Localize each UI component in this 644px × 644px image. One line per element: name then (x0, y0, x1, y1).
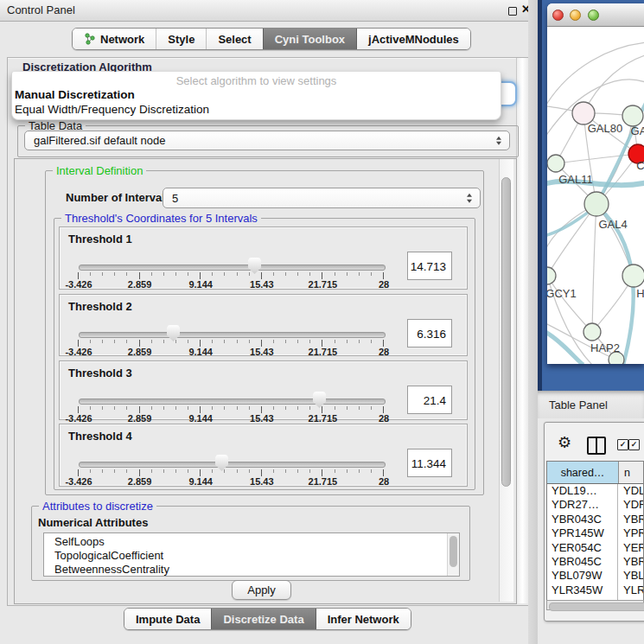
table-row[interactable]: YPR145WYPR1 (547, 526, 643, 540)
dropdown-option-equal-width[interactable]: Equal Width/Frequency Discretization (15, 103, 209, 116)
table-row[interactable]: YBR043CYBR0 (547, 513, 643, 526)
zoom-traffic-light[interactable] (588, 10, 599, 21)
cell[interactable]: YBR0 (618, 555, 643, 569)
cell[interactable]: YBR043C (547, 513, 618, 526)
cell[interactable]: YER0 (618, 541, 643, 555)
tab-style[interactable]: Style (156, 29, 206, 49)
checkbox-icon[interactable]: ✓ (628, 439, 640, 450)
scale-label: -3.426 (65, 347, 92, 357)
table-row[interactable]: YBL079WYBL0 (547, 569, 643, 583)
network-canvas[interactable]: GAL80 GA C GAL11 GAL4 GCY1 H HAP2 (547, 27, 644, 364)
table-hscrollbar-thumb[interactable] (549, 603, 644, 611)
dropdown-option-manual[interactable]: Manual Discretization (15, 88, 135, 101)
table-panel-titlebar: Table Panel (538, 391, 644, 418)
cell[interactable]: YBR045C (547, 555, 618, 569)
threshold-1-panel: Threshold 1 -3.426 2.859 9.144 15.43 21.… (59, 226, 468, 290)
node-partial-top-right[interactable] (622, 105, 643, 126)
node-partial-low-right[interactable] (622, 265, 644, 287)
threshold-value-input[interactable]: 6.316 (407, 319, 452, 348)
cell[interactable]: YLR3 (618, 583, 643, 597)
table-hscrollbar-track[interactable] (546, 600, 644, 610)
cell[interactable]: YER054C (547, 541, 618, 555)
tab-impute-data[interactable]: Impute Data (124, 609, 211, 629)
slider-track[interactable] (79, 462, 386, 468)
list-item[interactable]: BetweennessCentrality (44, 563, 459, 577)
slider-track[interactable] (79, 265, 386, 271)
list-item[interactable]: SelfLoops (44, 535, 459, 549)
scale-label: 21.715 (309, 279, 338, 290)
settings-scrollbar-thumb[interactable] (501, 177, 511, 487)
node-label-partial-mid-right: C (636, 159, 644, 172)
node-hap2[interactable] (583, 323, 601, 341)
tab-label: Cyni Toolbox (275, 33, 345, 46)
list-scrollbar-track[interactable] (447, 533, 459, 576)
table-panel-title: Table Panel (549, 399, 608, 411)
scale-label: 2.859 (128, 347, 152, 357)
network-window: GAL80 GA C GAL11 GAL4 GCY1 H HAP2 (547, 3, 644, 364)
node-gal11[interactable] (547, 155, 564, 172)
column-header-name[interactable]: n (619, 462, 643, 483)
scale-label: 21.715 (309, 413, 338, 424)
scale-label: 28 (379, 347, 389, 357)
list-scrollbar-thumb[interactable] (450, 536, 457, 567)
tab-jactivemnodules[interactable]: jActiveMNodules (356, 29, 470, 49)
column-layout-icon[interactable] (587, 437, 606, 455)
cell[interactable]: YPR1 (618, 526, 643, 540)
threshold-value-input[interactable]: 21.4 (407, 386, 452, 414)
split-pane-divider[interactable] (528, 0, 538, 644)
node-gcy1[interactable] (547, 267, 556, 284)
scale-label: 15.43 (250, 413, 274, 424)
slider-track[interactable] (79, 332, 386, 338)
tab-label: Discretize Data (223, 613, 303, 626)
scale-label: 15.43 (250, 279, 274, 290)
scale-label: 9.144 (188, 476, 213, 487)
interval-definition-label: Interval Definition (53, 164, 146, 177)
slider-track[interactable] (79, 399, 386, 405)
threshold-value-input[interactable]: 11.344 (407, 449, 452, 477)
scale-label: 2.859 (128, 279, 152, 290)
cell[interactable]: YBL0 (618, 569, 643, 583)
cell[interactable]: YDL19… (547, 484, 618, 498)
slider-major-ticks (78, 469, 385, 476)
table-row[interactable]: YER054CYER0 (547, 541, 643, 555)
cell[interactable]: YPR145W (547, 526, 618, 540)
cell[interactable]: YDR2 (618, 498, 643, 512)
tab-select[interactable]: Select (206, 29, 262, 49)
table-row[interactable]: YLR345WYLR3 (547, 583, 643, 597)
algorithm-dropdown-popup: Select algorithm to view settings Manual… (11, 72, 501, 120)
tab-label: Network (100, 33, 144, 46)
tab-cyni-toolbox[interactable]: Cyni Toolbox (263, 29, 356, 49)
minimize-traffic-light[interactable] (570, 10, 581, 21)
node-gal4[interactable] (584, 192, 609, 216)
threshold-value-input[interactable]: 14.713 (407, 252, 452, 280)
cell[interactable]: YDL1 (618, 484, 643, 498)
scale-label: 9.144 (188, 413, 213, 424)
tab-infer-network[interactable]: Infer Network (316, 609, 411, 629)
close-traffic-light[interactable] (552, 10, 564, 21)
scale-label: 21.715 (309, 476, 338, 487)
gear-icon[interactable]: ⚙ (558, 435, 571, 450)
float-window-icon[interactable] (508, 7, 517, 16)
cell[interactable]: YDR27… (547, 498, 618, 512)
table-row[interactable]: YDL19…YDL1 (547, 484, 643, 498)
tab-network[interactable]: Network (73, 29, 156, 49)
number-of-intervals-label: Number of Intervals (66, 191, 171, 204)
cell[interactable]: YBL079W (547, 569, 618, 583)
node-label-gal80: GAL80 (588, 122, 622, 135)
cell[interactable]: YBR0 (618, 513, 643, 526)
checkbox-icon[interactable]: ✓ (617, 439, 628, 450)
scale-label: 2.859 (128, 413, 152, 424)
node-label-hap2: HAP2 (590, 341, 620, 354)
column-header-shared-name[interactable]: shared… (547, 462, 619, 483)
number-of-intervals-spinner[interactable]: 5 (163, 188, 481, 208)
apply-button[interactable]: Apply (232, 580, 291, 600)
table-row[interactable]: YBR045CYBR0 (547, 555, 643, 569)
cell[interactable]: YLR345W (547, 583, 618, 597)
list-item[interactable]: TopologicalCoefficient (44, 549, 459, 563)
table-row[interactable]: YDR27…YDR2 (547, 498, 643, 512)
network-window-titlebar[interactable] (547, 3, 644, 27)
table-data-combobox[interactable]: galFiltered.sif default node (24, 131, 510, 150)
scale-label: 9.144 (188, 279, 213, 290)
threshold-4-panel: Threshold 4 -3.426 2.859 9.144 15.43 21.… (59, 424, 468, 487)
tab-discretize-data[interactable]: Discretize Data (211, 609, 315, 629)
